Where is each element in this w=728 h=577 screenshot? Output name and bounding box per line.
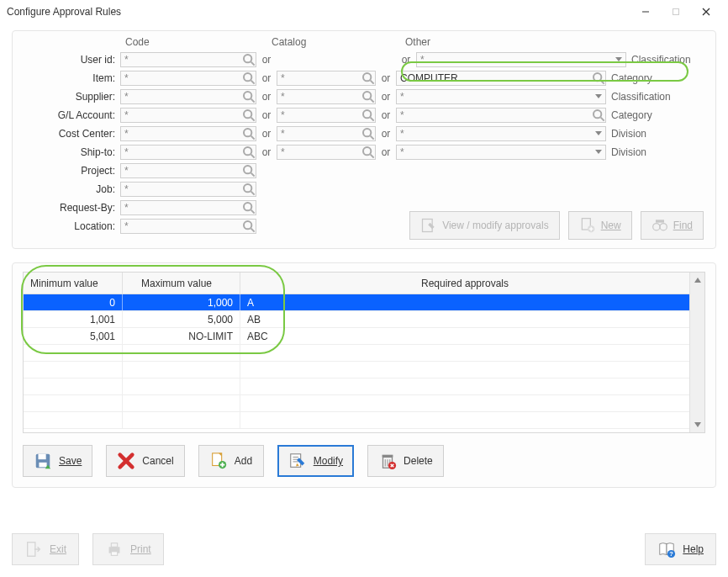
table-row[interactable] bbox=[24, 378, 689, 395]
search-icon[interactable] bbox=[361, 71, 375, 85]
table-row[interactable] bbox=[24, 362, 689, 378]
svg-point-26 bbox=[363, 129, 371, 136]
vertical-scrollbar[interactable] bbox=[689, 273, 704, 432]
cc-code-input[interactable] bbox=[120, 126, 256, 141]
table-row[interactable]: 0 1,000 A bbox=[24, 294, 689, 311]
print-button[interactable]: Print bbox=[92, 533, 164, 565]
supplier-code-input[interactable] bbox=[120, 89, 256, 104]
or-text: or bbox=[396, 54, 416, 66]
view-modify-approvals-button[interactable]: View / modify approvals bbox=[409, 211, 560, 240]
or-text: or bbox=[376, 109, 396, 121]
search-icon[interactable] bbox=[361, 146, 375, 159]
col-max[interactable]: Maximum value bbox=[123, 273, 240, 294]
search-icon[interactable] bbox=[242, 201, 256, 214]
shipto-code-input[interactable] bbox=[120, 145, 256, 160]
row-userid: User id: or or Classification bbox=[24, 51, 704, 68]
chevron-down-icon[interactable] bbox=[592, 146, 605, 159]
col-min[interactable]: Minimum value bbox=[24, 273, 123, 294]
or-text: or bbox=[376, 91, 396, 103]
svg-point-34 bbox=[244, 166, 251, 173]
trail-classification: Classification bbox=[606, 91, 671, 103]
scroll-down-icon[interactable] bbox=[690, 417, 704, 432]
search-icon[interactable] bbox=[242, 183, 256, 196]
requestby-code-input[interactable] bbox=[120, 200, 256, 215]
search-icon[interactable] bbox=[592, 109, 605, 122]
item-code-input[interactable] bbox=[120, 71, 256, 86]
label-costcenter: Cost Center: bbox=[24, 128, 120, 140]
col-req[interactable]: Required approvals bbox=[240, 273, 689, 294]
label-userid: User id: bbox=[24, 54, 120, 66]
cancel-button[interactable]: Cancel bbox=[106, 445, 184, 477]
save-button[interactable]: Save bbox=[23, 445, 92, 477]
svg-rect-75 bbox=[28, 543, 35, 557]
chevron-down-icon[interactable] bbox=[592, 127, 605, 140]
search-icon[interactable] bbox=[242, 164, 256, 177]
search-icon[interactable] bbox=[361, 127, 375, 140]
button-label: Save bbox=[59, 455, 82, 467]
svg-point-38 bbox=[244, 203, 251, 210]
svg-point-22 bbox=[593, 110, 601, 118]
search-icon[interactable] bbox=[242, 127, 256, 140]
svg-point-47 bbox=[652, 224, 659, 230]
userid-code-input[interactable] bbox=[120, 52, 256, 67]
svg-line-32 bbox=[371, 155, 374, 158]
search-icon[interactable] bbox=[242, 90, 256, 103]
cc-other-input[interactable] bbox=[396, 126, 606, 141]
gl-code-input[interactable] bbox=[120, 108, 256, 123]
search-icon[interactable] bbox=[242, 53, 256, 66]
row-job: Job: bbox=[24, 181, 704, 198]
search-icon[interactable] bbox=[592, 71, 605, 85]
minimize-button[interactable] bbox=[630, 0, 661, 24]
button-label: View / modify approvals bbox=[442, 220, 549, 231]
cell-min: 1,001 bbox=[24, 311, 123, 327]
search-icon[interactable] bbox=[242, 71, 256, 85]
table-row[interactable]: 1,001 5,000 AB bbox=[24, 311, 689, 328]
search-icon[interactable] bbox=[361, 90, 375, 103]
search-icon[interactable] bbox=[242, 109, 256, 122]
table-row[interactable] bbox=[24, 395, 689, 412]
close-button[interactable] bbox=[691, 0, 721, 24]
window-title: Configure Approval Rules bbox=[7, 6, 630, 18]
svg-rect-53 bbox=[39, 454, 46, 459]
svg-marker-50 bbox=[694, 278, 701, 283]
chevron-down-icon[interactable] bbox=[592, 90, 605, 103]
row-gl: G/L Account: or or Category bbox=[24, 107, 704, 124]
shipto-other-input[interactable] bbox=[396, 145, 606, 160]
scroll-up-icon[interactable] bbox=[690, 273, 704, 288]
svg-line-23 bbox=[601, 118, 604, 121]
svg-line-30 bbox=[251, 155, 255, 158]
exit-button[interactable]: Exit bbox=[12, 533, 79, 565]
supplier-other-input[interactable] bbox=[396, 89, 606, 104]
item-other-input[interactable] bbox=[396, 71, 606, 86]
search-icon[interactable] bbox=[242, 146, 256, 159]
search-icon[interactable] bbox=[361, 109, 375, 122]
find-button[interactable]: Find bbox=[641, 211, 704, 240]
search-icon[interactable] bbox=[242, 220, 256, 233]
table-row[interactable]: 5,001 NO-LIMIT ABC bbox=[24, 328, 689, 345]
svg-marker-28 bbox=[595, 131, 602, 135]
maximize-button[interactable] bbox=[661, 0, 691, 24]
svg-marker-6 bbox=[615, 57, 622, 61]
row-costcenter: Cost Center: or or Division bbox=[24, 125, 704, 142]
chevron-down-icon[interactable] bbox=[612, 53, 625, 66]
help-button[interactable]: ? Help bbox=[645, 533, 716, 565]
svg-point-15 bbox=[363, 92, 371, 99]
gl-other-input[interactable] bbox=[396, 108, 606, 123]
svg-line-16 bbox=[371, 99, 374, 103]
svg-point-24 bbox=[244, 129, 251, 136]
job-code-input[interactable] bbox=[120, 182, 256, 197]
cell-req: A bbox=[240, 294, 689, 310]
userid-other-input[interactable] bbox=[416, 52, 626, 67]
modify-button[interactable]: Modify bbox=[277, 445, 354, 477]
label-shipto: Ship-to: bbox=[24, 146, 120, 158]
svg-point-4 bbox=[244, 55, 251, 62]
project-code-input[interactable] bbox=[120, 163, 256, 178]
table-row[interactable] bbox=[24, 345, 689, 362]
svg-line-14 bbox=[251, 99, 255, 103]
svg-line-25 bbox=[251, 136, 255, 140]
table-row[interactable] bbox=[24, 412, 689, 429]
new-button[interactable]: New bbox=[568, 211, 632, 240]
location-code-input[interactable] bbox=[120, 219, 256, 234]
delete-button[interactable]: Delete bbox=[367, 445, 444, 477]
add-button[interactable]: Add bbox=[198, 445, 264, 477]
